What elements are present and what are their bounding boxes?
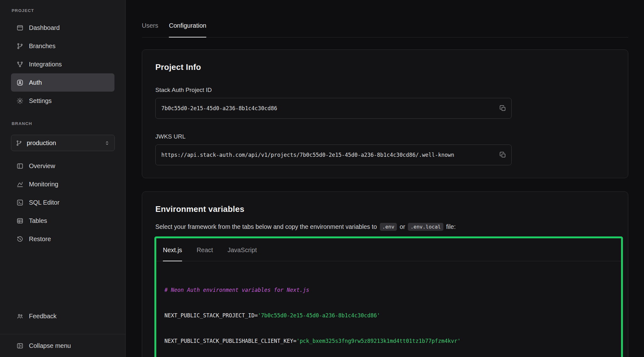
sidebar-item-label: Branches	[29, 42, 56, 50]
git-branch-icon	[16, 140, 22, 146]
sidebar-item-sql-editor[interactable]: SQL Editor	[11, 193, 114, 212]
git-branch-icon	[16, 42, 24, 50]
restore-history-icon	[16, 235, 24, 243]
dashboard-icon	[16, 24, 24, 31]
project-info-card: Project Info Stack Auth Project ID 7b0c5…	[142, 49, 628, 178]
tables-icon	[16, 217, 24, 224]
environment-variables-title: Environment variables	[155, 204, 615, 214]
sidebar-item-dashboard[interactable]: Dashboard	[11, 19, 114, 37]
env-local-file-chip: .env.local	[408, 223, 443, 231]
main-content: Users Configuration Project Info Stack A…	[126, 0, 644, 357]
copy-jwks-url-button[interactable]	[497, 150, 508, 160]
sidebar-item-monitoring[interactable]: Monitoring	[11, 175, 114, 193]
sql-editor-icon	[16, 199, 24, 206]
code-line: NEXT_PUBLIC_STACK_PUBLISHABLE_CLIENT_KEY…	[164, 337, 613, 345]
project-id-field: 7b0c55d0-2e15-45d0-a236-8b1c4c30cd86	[155, 98, 512, 119]
copy-icon	[499, 151, 506, 158]
gear-icon	[16, 97, 24, 105]
app-window: PROJECT Dashboard Branches Integrations	[0, 0, 644, 357]
tab-users[interactable]: Users	[142, 22, 158, 37]
sidebar-item-label: Integrations	[29, 61, 62, 68]
sidebar-item-auth[interactable]: Auth	[11, 73, 114, 92]
code-key: NEXT_PUBLIC_STACK_PROJECT_ID=	[164, 312, 258, 319]
sidebar-item-label: Feedback	[29, 313, 57, 320]
sidebar-item-label: Restore	[29, 235, 51, 243]
overview-icon	[16, 162, 24, 170]
sidebar-item-integrations[interactable]: Integrations	[11, 55, 114, 73]
copy-project-id-button[interactable]	[497, 103, 508, 114]
collapse-menu-label: Collapse menu	[29, 342, 71, 349]
code-line: NEXT_PUBLIC_STACK_PROJECT_ID='7b0c55d0-2…	[164, 311, 613, 320]
chevron-up-down-icon	[104, 140, 110, 146]
project-id-label: Stack Auth Project ID	[155, 87, 615, 94]
sidebar-item-label: Auth	[29, 79, 42, 86]
feedback-people-icon	[16, 313, 24, 320]
tab-javascript[interactable]: JavaScript	[227, 238, 257, 261]
environment-variables-description: Select your framework from the tabs belo…	[155, 223, 615, 231]
code-key: NEXT_PUBLIC_STACK_PUBLISHABLE_CLIENT_KEY…	[164, 338, 297, 344]
sidebar-bottom: Feedback Collapse menu	[0, 307, 125, 357]
jwks-url-field: https://api.stack-auth.com/api/v1/projec…	[155, 144, 512, 165]
auth-user-icon	[16, 79, 24, 86]
sidebar-section-branch-label: BRANCH	[12, 121, 125, 126]
jwks-url-value: https://api.stack-auth.com/api/v1/projec…	[161, 152, 506, 158]
tab-nextjs[interactable]: Next.js	[163, 238, 182, 261]
project-nav: Dashboard Branches Integrations Auth	[0, 19, 125, 110]
code-line: # Neon Auth environment variables for Ne…	[164, 286, 613, 294]
sidebar-item-branches[interactable]: Branches	[11, 37, 114, 55]
env-file-chip: .env	[380, 223, 397, 231]
sidebar: PROJECT Dashboard Branches Integrations	[0, 0, 126, 357]
page-tabs: Users Configuration	[142, 22, 628, 37]
highlight-annotation-box: Next.js React JavaScript # Neon Auth env…	[154, 236, 623, 357]
framework-tabs: Next.js React JavaScript	[156, 238, 621, 261]
sidebar-section-project-label: PROJECT	[12, 8, 125, 13]
collapse-panel-icon	[16, 342, 24, 349]
sidebar-item-label: Settings	[29, 97, 52, 105]
sidebar-item-tables[interactable]: Tables	[11, 212, 114, 230]
branch-nav: Overview Monitoring SQL Editor Tables	[0, 157, 125, 248]
branch-selector[interactable]: production	[11, 135, 115, 151]
code-string: '7b0c55d0-2e15-45d0-a236-8b1c4c30cd86'	[258, 312, 380, 319]
sidebar-item-label: Tables	[29, 217, 47, 224]
sidebar-item-feedback[interactable]: Feedback	[11, 307, 114, 325]
sidebar-item-restore[interactable]: Restore	[11, 230, 114, 248]
project-id-value: 7b0c55d0-2e15-45d0-a236-8b1c4c30cd86	[161, 105, 506, 111]
collapse-menu-button[interactable]: Collapse menu	[0, 334, 125, 357]
tab-react[interactable]: React	[197, 238, 213, 261]
jwks-url-label: JWKS URL	[155, 133, 615, 140]
description-text: file:	[446, 223, 456, 230]
monitoring-chart-icon	[16, 181, 24, 188]
sidebar-item-overview[interactable]: Overview	[11, 157, 114, 175]
integrations-icon	[16, 61, 24, 68]
description-text: or	[400, 223, 405, 230]
sidebar-item-label: SQL Editor	[29, 199, 59, 206]
copy-icon	[499, 105, 506, 112]
description-text: Select your framework from the tabs belo…	[155, 223, 377, 230]
tab-configuration[interactable]: Configuration	[169, 22, 206, 37]
project-info-title: Project Info	[155, 62, 615, 72]
sidebar-item-label: Overview	[29, 162, 55, 170]
sidebar-item-settings[interactable]: Settings	[11, 92, 114, 110]
code-string: 'pck_bxem325s3fng9rw5z89213k1md4tt01tz1b…	[297, 338, 461, 344]
env-code-block: # Neon Auth environment variables for Ne…	[156, 261, 621, 357]
branch-selector-value: production	[27, 139, 56, 147]
sidebar-item-label: Monitoring	[29, 181, 58, 188]
sidebar-item-label: Dashboard	[29, 24, 60, 31]
environment-variables-card: Environment variables Select your framew…	[142, 191, 628, 357]
code-comment: # Neon Auth environment variables for Ne…	[164, 287, 309, 293]
